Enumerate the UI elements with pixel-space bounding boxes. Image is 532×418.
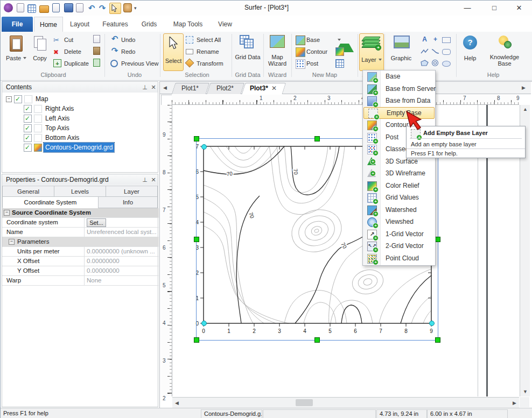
duplicate-button[interactable]: +Duplicate (53, 59, 96, 68)
tab-plot2[interactable]: Plot2* (208, 83, 242, 94)
right-axis-checkbox[interactable] (24, 105, 32, 113)
close-panel-icon[interactable]: ✕ (150, 176, 157, 183)
tab-view[interactable]: View (211, 17, 240, 32)
map-wizard-button[interactable]: Map Wizard (265, 33, 289, 70)
menu-item-grid-values[interactable]: Grid Values (363, 192, 435, 204)
new-3d-map-button[interactable] (335, 35, 352, 45)
file-tab[interactable]: File (2, 17, 33, 32)
tree-item-top-axis[interactable]: Top Axis (2, 123, 158, 133)
spline-shape-icon[interactable] (431, 48, 439, 55)
previous-view-button[interactable]: Previous View (110, 59, 160, 68)
tree-item-bottom-axis[interactable]: Bottom Axis (2, 133, 158, 143)
resize-handle-w[interactable] (194, 237, 199, 242)
polyline-shape-icon[interactable] (421, 48, 429, 55)
knowledge-base-button[interactable]: Knowledge Base (484, 33, 525, 70)
rectangle-shape-icon[interactable] (442, 37, 451, 43)
map-checkbox[interactable] (14, 95, 22, 103)
symbol-shape-icon[interactable]: + (431, 36, 439, 43)
tab-features[interactable]: Features (97, 17, 133, 32)
collapse-expander-icon[interactable]: − (4, 210, 10, 216)
tab-grids[interactable]: Grids (134, 17, 164, 32)
graphic-button[interactable]: Graphic (387, 33, 415, 70)
section-source-coordinate-system[interactable]: − Source Coordinate System (2, 208, 159, 218)
scroll-up-icon[interactable]: ▲ (523, 107, 528, 112)
scrollbar-thumb[interactable] (296, 399, 313, 406)
copy-format-button[interactable] (93, 59, 100, 68)
menu-item-2-grid-vector[interactable]: ↖↗2-Grid Vector (363, 240, 435, 252)
new-contour-map-button[interactable]: Contour (296, 47, 330, 56)
close-button[interactable]: ✕ (507, 1, 531, 16)
paste-special-button[interactable] (93, 47, 100, 56)
name-value[interactable]: Unreferenced local syst... (84, 228, 158, 237)
collapse-expander-icon[interactable]: − (9, 239, 15, 245)
tab-plot1[interactable]: Plot1* (173, 83, 207, 94)
map-corner-handle[interactable] (201, 144, 207, 150)
pin-icon[interactable]: ⊥ (141, 176, 149, 183)
contours-layer-checkbox[interactable] (24, 144, 32, 152)
menu-item-3d-wireframe[interactable]: 3D Wireframe (363, 167, 435, 180)
menu-item-point-cloud[interactable]: Point Cloud (363, 252, 435, 265)
menu-item-empty-base[interactable]: Empty Base (363, 107, 435, 119)
row-parameters[interactable]: − Parameters (2, 237, 159, 247)
delete-button[interactable]: ✖Delete (53, 47, 91, 56)
grid-data-button[interactable]: Grid Data (234, 33, 261, 70)
cut-button[interactable]: ✂Cut (53, 35, 91, 45)
tab-scroll-left-icon[interactable]: ◀ (163, 85, 167, 90)
tab-scroll-right-icon[interactable]: ▶ (522, 85, 526, 90)
pin-icon[interactable]: ⊥ (141, 83, 149, 91)
help-button[interactable]: ? Help (459, 33, 481, 70)
copy-button[interactable]: Copy (29, 33, 51, 70)
new-color-relief-button[interactable] (335, 47, 352, 56)
paste-button[interactable]: Paste (5, 33, 27, 70)
units-per-meter-value[interactable]: 0.00000000 (unknown ... (84, 247, 158, 256)
map-corner-handle[interactable] (429, 321, 435, 326)
tree-item-left-axis[interactable]: Left Axis (2, 114, 158, 123)
horizontal-scrollbar[interactable]: ◀ ▶ (172, 397, 519, 408)
rename-button[interactable]: Rename (186, 47, 229, 56)
polygon-shape-icon[interactable] (421, 60, 429, 67)
tab-levels[interactable]: Levels (54, 186, 106, 197)
resize-handle-nw[interactable] (194, 136, 199, 141)
tab-map-tools[interactable]: Map Tools (167, 17, 208, 32)
tab-info[interactable]: Info (98, 196, 158, 208)
x-offset-value[interactable]: 0.00000000 (84, 257, 158, 266)
horizontal-ruler[interactable]: 1 2 3 4 5 6 7 8 9 (172, 95, 519, 105)
resize-handle-s[interactable] (314, 337, 320, 343)
resize-handle-n[interactable] (314, 136, 320, 141)
transform-button[interactable]: Transform (186, 59, 231, 68)
layer-button[interactable]: Layer (359, 33, 384, 71)
new-base-map-button[interactable]: Base (296, 35, 326, 45)
top-axis-checkbox[interactable] (24, 124, 32, 132)
tab-plot3[interactable]: Plot3*✕ (243, 83, 283, 94)
menu-item-color-relief[interactable]: Color Relief (363, 180, 435, 192)
map-corner-handle[interactable] (201, 321, 207, 326)
close-panel-icon[interactable]: ✕ (150, 83, 157, 91)
menu-item-watershed[interactable]: Watershed (363, 204, 435, 216)
resize-handle-sw[interactable] (194, 337, 199, 343)
menu-item-base-from-data[interactable]: Base from Data (363, 95, 435, 107)
tree-item-map[interactable]: − Map (2, 94, 158, 104)
concentric-circle-shape-icon[interactable] (431, 60, 439, 67)
collapse-expander-icon[interactable]: − (6, 96, 12, 102)
tab-layer[interactable]: Layer (106, 186, 158, 197)
vertical-ruler[interactable]: 9 8 7 6 5 4 3 2 (161, 105, 172, 396)
tab-coordinate-system[interactable]: Coordinate System (2, 196, 99, 208)
bottom-axis-checkbox[interactable] (24, 134, 32, 142)
close-tab-icon[interactable]: ✕ (271, 84, 277, 92)
menu-item-1-grid-vector[interactable]: ↗1-Grid Vector (363, 228, 435, 240)
menu-item-base[interactable]: Base (363, 70, 435, 83)
warp-value[interactable]: None (84, 276, 158, 285)
resize-handle-e[interactable] (435, 237, 440, 242)
minimize-button[interactable]: — (456, 1, 479, 16)
left-axis-checkbox[interactable] (24, 115, 32, 123)
set-coordinate-system-button[interactable]: Set... (87, 218, 106, 227)
scroll-down-icon[interactable]: ▼ (523, 389, 528, 394)
scroll-right-icon[interactable]: ▶ (513, 400, 516, 406)
redo-button[interactable]: ↷Redo (110, 47, 159, 56)
tab-layout[interactable]: Layout (63, 17, 96, 32)
undo-button[interactable]: ↶Undo (110, 35, 159, 45)
ellipse-shape-icon[interactable] (442, 61, 451, 67)
select-all-button[interactable]: Select All (186, 35, 229, 45)
text-shape-icon[interactable]: A (421, 36, 429, 43)
new-post-map-button[interactable]: Post (296, 59, 321, 68)
